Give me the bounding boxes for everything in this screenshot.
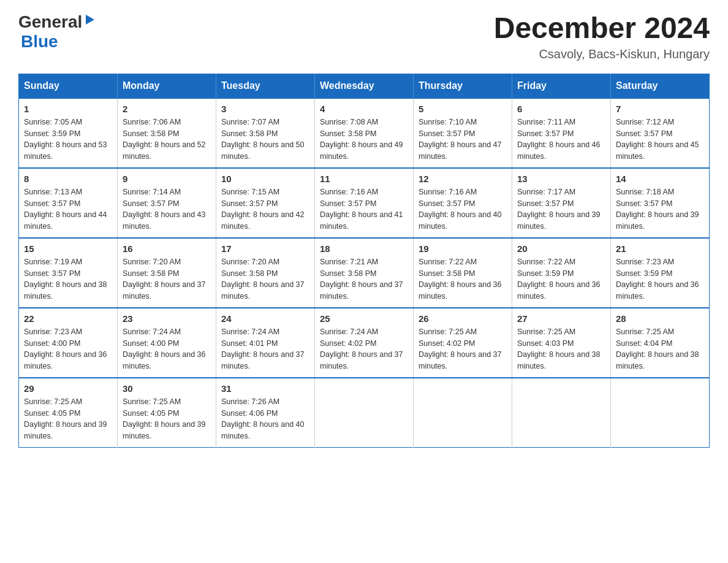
calendar-cell: 30 Sunrise: 7:25 AMSunset: 4:05 PMDaylig… [118,378,216,448]
day-info: Sunrise: 7:10 AMSunset: 3:57 PMDaylight:… [419,118,502,161]
day-info: Sunrise: 7:12 AMSunset: 3:57 PMDaylight:… [616,118,699,161]
calendar-header: SundayMondayTuesdayWednesdayThursdayFrid… [19,74,710,98]
calendar-cell: 17 Sunrise: 7:20 AMSunset: 3:58 PMDaylig… [216,238,315,308]
day-number: 8 [24,174,112,184]
logo-general: General [18,12,82,32]
calendar-cell: 1 Sunrise: 7:05 AMSunset: 3:59 PMDayligh… [19,98,118,168]
day-info: Sunrise: 7:15 AMSunset: 3:57 PMDaylight:… [221,188,305,231]
day-header-friday: Friday [512,74,611,98]
month-title: December 2024 [494,12,710,45]
day-number: 31 [221,383,309,394]
day-info: Sunrise: 7:16 AMSunset: 3:57 PMDaylight:… [419,188,502,231]
day-header-tuesday: Tuesday [216,74,315,98]
calendar-cell: 27 Sunrise: 7:25 AMSunset: 4:03 PMDaylig… [512,308,611,378]
svg-marker-0 [86,15,94,25]
day-number: 19 [419,243,507,254]
calendar-cell [315,378,414,448]
calendar-cell [611,378,710,448]
day-info: Sunrise: 7:14 AMSunset: 3:57 PMDaylight:… [123,188,206,231]
calendar-cell: 11 Sunrise: 7:16 AMSunset: 3:57 PMDaylig… [315,168,414,238]
logo: General Blue [18,12,97,52]
day-info: Sunrise: 7:16 AMSunset: 3:57 PMDaylight:… [320,188,403,231]
calendar-cell: 8 Sunrise: 7:13 AMSunset: 3:57 PMDayligh… [19,168,118,238]
day-info: Sunrise: 7:24 AMSunset: 4:01 PMDaylight:… [221,327,305,370]
day-number: 23 [123,313,211,324]
day-number: 16 [123,243,211,254]
calendar-cell: 22 Sunrise: 7:23 AMSunset: 4:00 PMDaylig… [19,308,118,378]
day-number: 9 [123,174,211,184]
day-info: Sunrise: 7:20 AMSunset: 3:58 PMDaylight:… [123,258,206,301]
logo-blue: Blue [21,32,58,52]
day-info: Sunrise: 7:22 AMSunset: 3:58 PMDaylight:… [419,258,502,301]
calendar-week-1: 1 Sunrise: 7:05 AMSunset: 3:59 PMDayligh… [19,98,710,168]
day-info: Sunrise: 7:25 AMSunset: 4:05 PMDaylight:… [24,397,107,440]
calendar-cell: 31 Sunrise: 7:26 AMSunset: 4:06 PMDaylig… [216,378,315,448]
day-number: 21 [616,243,704,254]
day-number: 24 [221,313,309,324]
day-info: Sunrise: 7:26 AMSunset: 4:06 PMDaylight:… [221,397,305,440]
calendar-body: 1 Sunrise: 7:05 AMSunset: 3:59 PMDayligh… [19,98,710,448]
calendar-week-2: 8 Sunrise: 7:13 AMSunset: 3:57 PMDayligh… [19,168,710,238]
day-number: 20 [517,243,605,254]
logo-icon [83,13,97,27]
calendar-cell: 19 Sunrise: 7:22 AMSunset: 3:58 PMDaylig… [414,238,512,308]
calendar-cell: 29 Sunrise: 7:25 AMSunset: 4:05 PMDaylig… [19,378,118,448]
day-info: Sunrise: 7:07 AMSunset: 3:58 PMDaylight:… [221,118,305,161]
title-block: December 2024 Csavoly, Bacs-Kiskun, Hung… [494,12,710,61]
day-info: Sunrise: 7:25 AMSunset: 4:05 PMDaylight:… [123,397,206,440]
calendar-cell: 4 Sunrise: 7:08 AMSunset: 3:58 PMDayligh… [315,98,414,168]
day-header-sunday: Sunday [19,74,118,98]
day-info: Sunrise: 7:24 AMSunset: 4:02 PMDaylight:… [320,327,403,370]
day-number: 13 [517,174,605,184]
day-number: 18 [320,243,408,254]
day-number: 28 [616,313,704,324]
day-number: 26 [419,313,507,324]
day-info: Sunrise: 7:11 AMSunset: 3:57 PMDaylight:… [517,118,601,161]
day-number: 11 [320,174,408,184]
calendar-cell: 24 Sunrise: 7:24 AMSunset: 4:01 PMDaylig… [216,308,315,378]
day-info: Sunrise: 7:22 AMSunset: 3:59 PMDaylight:… [517,258,601,301]
day-info: Sunrise: 7:08 AMSunset: 3:58 PMDaylight:… [320,118,403,161]
day-info: Sunrise: 7:17 AMSunset: 3:57 PMDaylight:… [517,188,601,231]
day-info: Sunrise: 7:23 AMSunset: 3:59 PMDaylight:… [616,258,699,301]
calendar-cell: 26 Sunrise: 7:25 AMSunset: 4:02 PMDaylig… [414,308,512,378]
calendar-week-5: 29 Sunrise: 7:25 AMSunset: 4:05 PMDaylig… [19,378,710,448]
day-number: 25 [320,313,408,324]
day-info: Sunrise: 7:21 AMSunset: 3:58 PMDaylight:… [320,258,403,301]
day-number: 12 [419,174,507,184]
day-number: 3 [221,104,309,114]
page-header: General Blue December 2024 Csavoly, Bacs… [18,12,710,61]
location-subtitle: Csavoly, Bacs-Kiskun, Hungary [494,47,710,61]
day-header-wednesday: Wednesday [315,74,414,98]
calendar-cell: 16 Sunrise: 7:20 AMSunset: 3:58 PMDaylig… [118,238,216,308]
day-headers-row: SundayMondayTuesdayWednesdayThursdayFrid… [19,74,710,98]
day-number: 14 [616,174,704,184]
day-info: Sunrise: 7:25 AMSunset: 4:03 PMDaylight:… [517,327,601,370]
day-number: 4 [320,104,408,114]
day-number: 5 [419,104,507,114]
day-info: Sunrise: 7:18 AMSunset: 3:57 PMDaylight:… [616,188,699,231]
day-header-saturday: Saturday [611,74,710,98]
calendar-cell: 5 Sunrise: 7:10 AMSunset: 3:57 PMDayligh… [414,98,512,168]
calendar-cell: 21 Sunrise: 7:23 AMSunset: 3:59 PMDaylig… [611,238,710,308]
day-number: 1 [24,104,112,114]
day-info: Sunrise: 7:25 AMSunset: 4:02 PMDaylight:… [419,327,502,370]
day-info: Sunrise: 7:05 AMSunset: 3:59 PMDaylight:… [24,118,107,161]
calendar-cell: 10 Sunrise: 7:15 AMSunset: 3:57 PMDaylig… [216,168,315,238]
day-number: 29 [24,383,112,394]
calendar-cell: 2 Sunrise: 7:06 AMSunset: 3:58 PMDayligh… [118,98,216,168]
day-header-monday: Monday [118,74,216,98]
day-number: 17 [221,243,309,254]
calendar-cell: 6 Sunrise: 7:11 AMSunset: 3:57 PMDayligh… [512,98,611,168]
day-number: 10 [221,174,309,184]
day-info: Sunrise: 7:19 AMSunset: 3:57 PMDaylight:… [24,258,107,301]
calendar-week-4: 22 Sunrise: 7:23 AMSunset: 4:00 PMDaylig… [19,308,710,378]
day-number: 27 [517,313,605,324]
day-info: Sunrise: 7:06 AMSunset: 3:58 PMDaylight:… [123,118,206,161]
day-number: 6 [517,104,605,114]
calendar-cell [414,378,512,448]
calendar-cell: 15 Sunrise: 7:19 AMSunset: 3:57 PMDaylig… [19,238,118,308]
calendar-cell: 18 Sunrise: 7:21 AMSunset: 3:58 PMDaylig… [315,238,414,308]
day-info: Sunrise: 7:25 AMSunset: 4:04 PMDaylight:… [616,327,699,370]
calendar-cell [512,378,611,448]
